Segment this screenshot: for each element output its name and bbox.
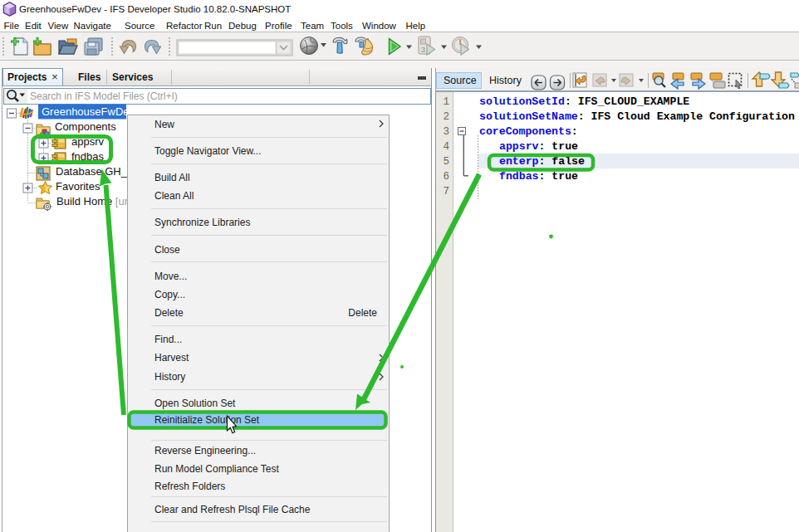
svg-text:3: 3 <box>421 46 425 54</box>
